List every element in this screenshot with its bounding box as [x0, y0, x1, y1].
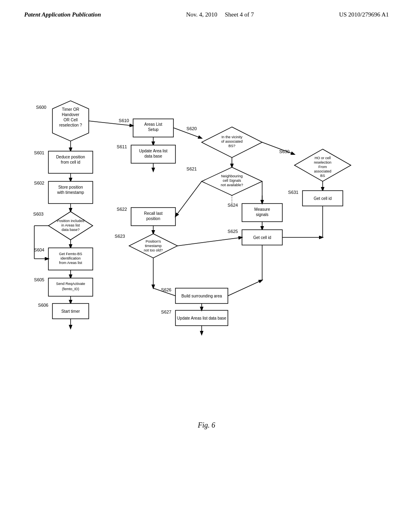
- svg-text:S627: S627: [161, 310, 171, 314]
- svg-line-105: [262, 142, 294, 154]
- svg-text:S630: S630: [279, 149, 290, 154]
- svg-text:Get Femto-BS: Get Femto-BS: [59, 252, 82, 256]
- caption-text: Fig. 6: [198, 421, 215, 429]
- svg-text:S604: S604: [34, 247, 44, 252]
- header-center-text: Nov. 4, 2010 Sheet 4 of 7: [186, 11, 254, 18]
- svg-text:from Areas list: from Areas list: [59, 261, 82, 265]
- svg-text:Get cell id: Get cell id: [253, 235, 271, 240]
- svg-text:data base: data base: [144, 154, 162, 158]
- svg-text:S603: S603: [33, 212, 44, 216]
- svg-text:Position's: Position's: [146, 239, 161, 243]
- svg-text:(femto_ID): (femto_ID): [62, 287, 79, 291]
- svg-text:associated: associated: [314, 169, 331, 173]
- svg-text:S610: S610: [119, 118, 129, 123]
- svg-text:Deduce position: Deduce position: [56, 155, 85, 159]
- svg-line-112: [177, 237, 242, 246]
- svg-text:OR Cell: OR Cell: [63, 118, 77, 122]
- svg-text:timestamp: timestamp: [145, 244, 162, 248]
- header-right-text: US 2010/279696 A1: [339, 11, 389, 18]
- svg-text:identification: identification: [60, 256, 81, 260]
- header-left-text: Patent Application Publication: [24, 11, 101, 18]
- svg-text:cell Signals: cell Signals: [223, 179, 241, 183]
- svg-text:with timestamp: with timestamp: [57, 190, 84, 195]
- svg-text:S605: S605: [34, 277, 44, 282]
- diagram-area: Timer OR Handover OR Cell reselection ? …: [0, 30, 413, 417]
- svg-text:S623: S623: [115, 234, 125, 239]
- figure-caption: Fig. 6: [0, 421, 413, 430]
- svg-text:BS: BS: [320, 174, 325, 178]
- svg-text:reselection ?: reselection ?: [59, 123, 82, 127]
- svg-text:Measure: Measure: [254, 207, 270, 212]
- svg-text:Store position: Store position: [58, 185, 83, 189]
- svg-text:Timer OR: Timer OR: [62, 107, 79, 112]
- svg-text:Start timer: Start timer: [61, 309, 80, 314]
- svg-text:Neighbouring: Neighbouring: [221, 174, 243, 178]
- svg-text:Setup: Setup: [148, 127, 159, 132]
- svg-text:data base?: data base?: [62, 228, 80, 232]
- svg-text:S602: S602: [34, 181, 44, 185]
- svg-text:not available?: not available?: [221, 183, 243, 187]
- svg-line-84: [175, 181, 202, 216]
- svg-text:Handover: Handover: [62, 112, 79, 117]
- svg-text:signals: signals: [256, 212, 268, 217]
- flowchart-svg: Timer OR Handover OR Cell reselection ? …: [0, 30, 413, 417]
- page-header: Patent Application Publication Nov. 4, 2…: [0, 0, 413, 18]
- svg-text:S625: S625: [227, 229, 238, 234]
- svg-text:From: From: [319, 165, 327, 169]
- svg-text:S631: S631: [288, 190, 298, 195]
- svg-text:Areas List: Areas List: [144, 122, 163, 127]
- svg-text:Build surrounding area: Build surrounding area: [181, 294, 222, 298]
- svg-text:S611: S611: [117, 144, 127, 149]
- svg-line-97: [228, 280, 262, 296]
- svg-text:Update Area list: Update Area list: [139, 149, 168, 153]
- svg-text:Position included: Position included: [57, 219, 84, 223]
- svg-text:S606: S606: [38, 303, 48, 308]
- svg-text:S601: S601: [34, 150, 44, 155]
- svg-text:BS?: BS?: [228, 144, 235, 148]
- svg-text:Update Areas list data base: Update Areas list data base: [177, 316, 227, 320]
- svg-text:S621: S621: [186, 166, 197, 171]
- svg-text:Send ReqActivate: Send ReqActivate: [56, 282, 85, 286]
- svg-text:from cell id: from cell id: [61, 160, 80, 164]
- svg-text:of associated: of associated: [221, 139, 242, 143]
- svg-text:In the vicinity: In the vicinity: [221, 135, 243, 139]
- svg-text:S624: S624: [227, 203, 238, 208]
- svg-text:S600: S600: [36, 105, 46, 110]
- svg-text:in Areas list: in Areas list: [61, 223, 80, 227]
- svg-text:S622: S622: [117, 207, 127, 212]
- svg-text:Recall last: Recall last: [144, 211, 163, 216]
- header-sheet: Sheet 4 of 7: [225, 11, 254, 18]
- svg-text:Get cell id: Get cell id: [314, 196, 332, 201]
- svg-text:HO or cell: HO or cell: [315, 156, 331, 160]
- svg-text:not too old?: not too old?: [144, 248, 163, 252]
- header-date: Nov. 4, 2010: [186, 11, 217, 18]
- svg-text:S620: S620: [186, 126, 197, 131]
- svg-text:position: position: [146, 216, 160, 221]
- svg-text:reselection: reselection: [314, 160, 332, 164]
